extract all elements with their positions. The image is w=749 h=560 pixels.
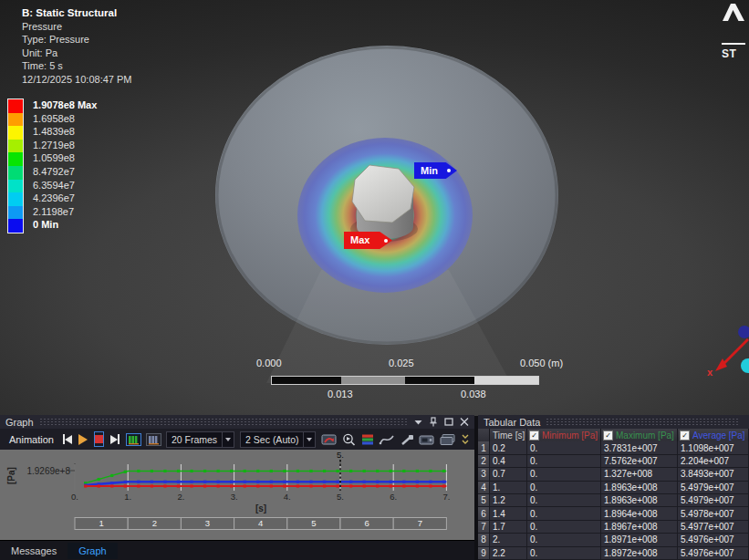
- series-marker: [110, 482, 113, 484]
- triad-origin-ball[interactable]: [741, 358, 749, 373]
- column-header: ✓Minimum [Pa]: [527, 429, 601, 442]
- maximum-cell[interactable]: 3.7831e+007: [601, 441, 678, 454]
- maximum-cell[interactable]: 1.8963e+008: [601, 482, 678, 494]
- tab-graph[interactable]: Graph: [68, 543, 118, 559]
- tabular-data-grid: Time [s]✓Minimum [Pa]✓Maximum [Pa]✓Avera…: [478, 429, 749, 560]
- row-number-cell[interactable]: 3: [478, 468, 490, 481]
- legend-label: 0 Min: [33, 218, 97, 232]
- column-checkbox[interactable]: ✓: [680, 430, 690, 441]
- series-marker: [296, 484, 299, 487]
- row-number-cell[interactable]: 4: [478, 482, 490, 494]
- legend-label: 6.3594e7: [33, 179, 97, 192]
- average-cell[interactable]: 5.4976e+007: [678, 534, 749, 546]
- series-marker: [190, 481, 192, 483]
- snapshot-button[interactable]: [419, 433, 435, 446]
- row-number-cell[interactable]: 5: [478, 494, 490, 507]
- series-marker: [230, 470, 233, 472]
- minimum-cell[interactable]: 0.: [527, 441, 601, 454]
- maximum-cell[interactable]: 1.8972e+008: [601, 547, 678, 560]
- probe-tool-button[interactable]: [400, 433, 414, 446]
- series-marker: [230, 484, 233, 487]
- logo-text: ST: [722, 47, 736, 60]
- time-cell[interactable]: 0.4: [490, 455, 527, 468]
- minimum-cell[interactable]: 0.: [527, 534, 601, 546]
- row-number-cell[interactable]: 2: [478, 455, 490, 468]
- result-timeline-chart[interactable]: 0.1.2.3.4.5.6.7.1.9269e+8[Pa]5.[s]123456…: [0, 450, 474, 540]
- viewport-3d-scene[interactable]: x B: Static Structural Pressure Type: Pr…: [0, 0, 749, 416]
- series-marker: [283, 481, 286, 483]
- row-number-cell[interactable]: 9: [478, 547, 490, 560]
- animation-skip-end-button[interactable]: [110, 434, 120, 444]
- x-tick-label: 7.: [442, 492, 450, 502]
- maximum-cell[interactable]: 7.5762e+007: [601, 455, 678, 468]
- column-header-label: Time [s]: [493, 430, 525, 441]
- x-tick-label: 5.: [337, 492, 344, 502]
- average-cell[interactable]: 5.4977e+007: [678, 521, 749, 534]
- time-cell[interactable]: 0.2: [490, 441, 527, 454]
- ruler-bar: [272, 377, 538, 384]
- average-cell[interactable]: 1.1098e+007: [678, 441, 749, 454]
- tab-messages[interactable]: Messages: [0, 543, 68, 559]
- column-checkbox[interactable]: ✓: [529, 430, 539, 441]
- panel-menu-button[interactable]: [414, 419, 422, 426]
- series-marker: [323, 481, 326, 483]
- series-marker: [124, 471, 127, 473]
- maximum-cell[interactable]: 1.8963e+008: [601, 494, 678, 507]
- ruler-label: 0.038: [461, 389, 486, 399]
- duration-select[interactable]: 2 Sec (Auto): [240, 431, 316, 448]
- time-cell[interactable]: 1.: [490, 482, 527, 494]
- row-number-cell[interactable]: 7: [478, 521, 490, 534]
- time-cell[interactable]: 2.: [490, 534, 527, 546]
- animation-zoom-button[interactable]: [342, 433, 357, 446]
- average-cell[interactable]: 5.4976e+007: [678, 547, 749, 560]
- column-checkbox[interactable]: ✓: [603, 430, 613, 441]
- row-number-cell[interactable]: 6: [478, 507, 490, 520]
- average-cell[interactable]: 3.8493e+007: [678, 468, 749, 481]
- maximize-panel-button[interactable]: [444, 418, 453, 426]
- frames-select[interactable]: 20 Frames: [166, 431, 234, 448]
- animation-stop-button[interactable]: [94, 431, 104, 447]
- animation-skip-start-button[interactable]: [63, 434, 72, 444]
- animation-result-sets-toggle[interactable]: [126, 433, 141, 446]
- triad-z-ball[interactable]: [738, 326, 749, 338]
- animation-time-steps-toggle[interactable]: [146, 433, 161, 446]
- average-cell[interactable]: 2.204e+007: [678, 455, 749, 468]
- legend-contours-button[interactable]: [361, 433, 374, 446]
- animation-play-button[interactable]: [78, 434, 88, 445]
- series-marker: [390, 484, 392, 487]
- minimum-cell[interactable]: 0.: [527, 468, 601, 481]
- series-marker: [402, 481, 405, 483]
- probe-curve-button[interactable]: [379, 433, 395, 446]
- minimum-cell[interactable]: 0.: [527, 547, 601, 560]
- minimum-cell[interactable]: 0.: [527, 455, 601, 468]
- legend-label: 1.2719e8: [33, 139, 97, 152]
- minimum-cell[interactable]: 0.: [527, 482, 601, 494]
- series-marker: [429, 470, 432, 472]
- time-cell[interactable]: 1.7: [490, 521, 527, 534]
- minimum-cell[interactable]: 0.: [527, 507, 601, 520]
- minimum-cell[interactable]: 0.: [527, 521, 601, 534]
- toolbar-overflow-button[interactable]: [461, 433, 470, 446]
- maximum-cell[interactable]: 1.8964e+008: [601, 507, 678, 520]
- series-marker: [137, 481, 140, 483]
- bottom-tab-strip: Messages Graph: [0, 540, 474, 560]
- time-cell[interactable]: 1.4: [490, 507, 527, 520]
- row-number-cell[interactable]: 1: [478, 441, 490, 454]
- close-panel-button[interactable]: [460, 418, 469, 426]
- minimum-cell[interactable]: 0.: [527, 494, 601, 507]
- maximum-cell[interactable]: 1.8967e+008: [601, 521, 678, 534]
- series-marker: [151, 481, 153, 483]
- image-capture-button[interactable]: [440, 433, 456, 446]
- time-cell[interactable]: 1.2: [490, 494, 527, 507]
- series-marker: [163, 481, 166, 483]
- maximum-cell[interactable]: 1.327e+008: [601, 468, 678, 481]
- pin-panel-button[interactable]: [429, 417, 438, 427]
- average-cell[interactable]: 5.4978e+007: [678, 507, 749, 520]
- average-cell[interactable]: 5.4979e+007: [678, 494, 749, 507]
- export-video-button[interactable]: [321, 433, 338, 446]
- row-number-cell[interactable]: 8: [478, 534, 490, 546]
- average-cell[interactable]: 5.4979e+007: [678, 482, 749, 494]
- time-cell[interactable]: 0.7: [490, 468, 527, 481]
- maximum-cell[interactable]: 1.8971e+008: [601, 534, 678, 546]
- time-cell[interactable]: 2.2: [490, 547, 527, 560]
